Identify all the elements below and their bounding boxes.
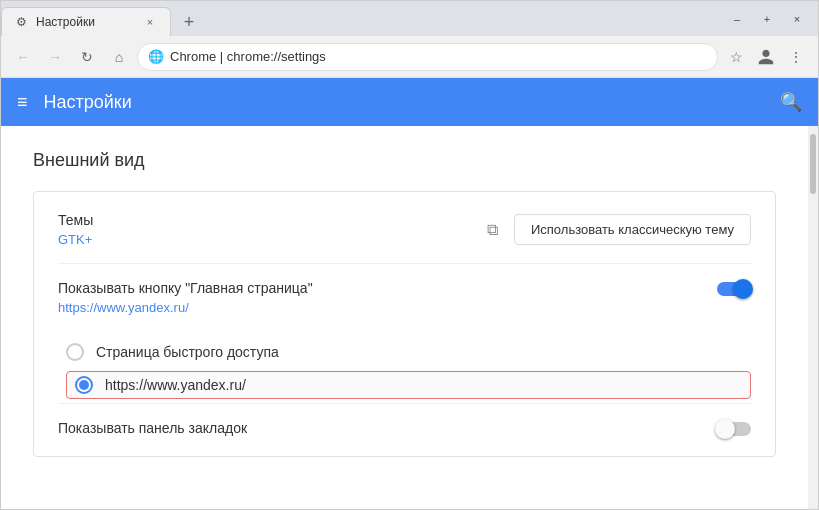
bookmark-star-icon[interactable]: ☆ <box>722 43 750 71</box>
address-protocol: Chrome <box>170 49 216 64</box>
active-tab[interactable]: ⚙ Настройки × <box>1 7 171 36</box>
content-area: Внешний вид Темы GTK+ ⧉ Использовать кла… <box>1 126 818 509</box>
back-button[interactable]: ← <box>9 43 37 71</box>
minimize-button[interactable]: – <box>724 9 750 29</box>
homepage-row: Показывать кнопку "Главная страница" htt… <box>58 280 751 331</box>
external-link-icon[interactable]: ⧉ <box>487 221 498 239</box>
content-inner: Внешний вид Темы GTK+ ⧉ Использовать кла… <box>1 126 808 509</box>
url-input-row: https://www.yandex.ru/ <box>66 371 751 399</box>
radio-option1[interactable] <box>66 343 84 361</box>
app-title: Настройки <box>44 92 764 113</box>
section-title: Внешний вид <box>33 150 776 171</box>
reload-button[interactable]: ↻ <box>73 43 101 71</box>
app-bar: ≡ Настройки 🔍 <box>1 78 818 126</box>
tab-title: Настройки <box>36 15 134 29</box>
bookmarks-label: Показывать панель закладок <box>58 420 247 436</box>
new-tab-button[interactable]: + <box>175 8 203 36</box>
url-input-text[interactable]: https://www.yandex.ru/ <box>105 377 742 393</box>
site-icon: 🌐 <box>148 49 164 64</box>
account-icon[interactable] <box>752 43 780 71</box>
use-classic-theme-button[interactable]: Использовать классическую тему <box>514 214 751 245</box>
home-button[interactable]: ⌂ <box>105 43 133 71</box>
bookmarks-toggle[interactable] <box>717 422 751 436</box>
address-bar: ← → ↻ ⌂ 🌐 Chrome | chrome://settings ☆ ⋮ <box>1 36 818 78</box>
window-controls: – + × <box>716 1 818 36</box>
homepage-info: Показывать кнопку "Главная страница" htt… <box>58 280 717 315</box>
radio-option2[interactable] <box>75 376 93 394</box>
forward-button[interactable]: → <box>41 43 69 71</box>
address-field[interactable]: 🌐 Chrome | chrome://settings <box>137 43 718 71</box>
chrome-menu-icon[interactable]: ⋮ <box>782 43 810 71</box>
close-button[interactable]: × <box>784 9 810 29</box>
bookmarks-row: Показывать панель закладок <box>58 403 751 436</box>
browser-window: ⚙ Настройки × + – + × ← → ↻ ⌂ 🌐 Chrome |… <box>0 0 819 510</box>
radio-row-1: Страница быстрого доступа <box>66 335 751 369</box>
scrollbar[interactable] <box>808 126 818 509</box>
title-bar: ⚙ Настройки × + – + × <box>1 1 818 36</box>
scroll-thumb[interactable] <box>810 134 816 194</box>
themes-value[interactable]: GTK+ <box>58 232 471 247</box>
appearance-card: Темы GTK+ ⧉ Использовать классическую те… <box>33 191 776 457</box>
address-url: chrome://settings <box>227 49 326 64</box>
themes-label: Темы <box>58 212 471 228</box>
tab-close-button[interactable]: × <box>142 14 158 30</box>
homepage-toggle[interactable] <box>717 282 751 296</box>
maximize-button[interactable]: + <box>754 9 780 29</box>
hamburger-menu-icon[interactable]: ≡ <box>17 92 28 113</box>
radio-options: Страница быстрого доступа https://www.ya… <box>58 335 751 399</box>
search-icon[interactable]: 🔍 <box>780 91 802 113</box>
address-text: Chrome | chrome://settings <box>170 49 707 64</box>
themes-row: Темы GTK+ ⧉ Использовать классическую те… <box>58 212 751 264</box>
tab-strip: ⚙ Настройки × + <box>1 1 716 36</box>
radio-label-1: Страница быстрого доступа <box>96 344 279 360</box>
homepage-label: Показывать кнопку "Главная страница" <box>58 280 717 296</box>
tab-favicon: ⚙ <box>14 15 28 29</box>
themes-info: Темы GTK+ <box>58 212 471 247</box>
toolbar-icons: ☆ ⋮ <box>722 43 810 71</box>
homepage-url[interactable]: https://www.yandex.ru/ <box>58 300 717 315</box>
address-separator: | <box>216 49 227 64</box>
